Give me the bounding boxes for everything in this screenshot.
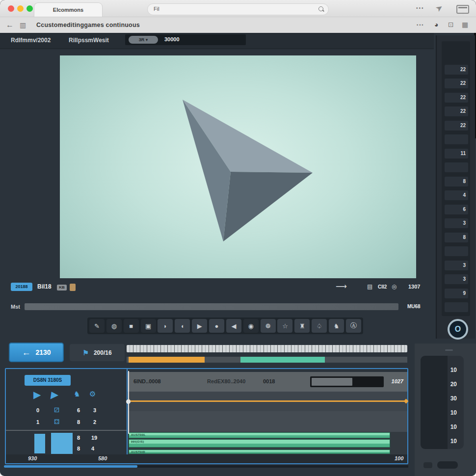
zoom-window-button[interactable] xyxy=(26,5,33,12)
track-count: 8 xyxy=(77,435,80,441)
minimize-window-button[interactable] xyxy=(17,5,24,12)
clip-id-label: 6IND..0008 xyxy=(133,378,161,384)
clip-thumb-large[interactable] xyxy=(51,433,73,454)
stop-icon[interactable]: ■ xyxy=(124,319,139,333)
teal-segment[interactable] xyxy=(240,357,325,363)
render-progress[interactable] xyxy=(310,376,384,387)
meter-row[interactable]: 6 xyxy=(445,205,468,214)
jump-back-button[interactable]: ← 2130 xyxy=(9,343,64,362)
knight-icon[interactable]: ♞ xyxy=(329,319,344,333)
frame-icon[interactable]: ▣ xyxy=(141,319,156,333)
meter-row[interactable]: 11 xyxy=(445,149,468,159)
grid-cell: 3 xyxy=(93,407,96,413)
master-slider[interactable] xyxy=(25,303,398,310)
back-icon[interactable]: ← xyxy=(6,21,14,29)
monitor-icon[interactable]: ▤ xyxy=(367,283,372,290)
play-icon[interactable]: ▶ xyxy=(192,319,207,333)
master-value: MU68 xyxy=(407,304,421,309)
scale-value: 20 xyxy=(450,381,457,388)
trim-arrow-icon[interactable]: ⟶ xyxy=(336,282,347,291)
play-track-icon[interactable]: ▶ xyxy=(33,389,41,400)
meter-row[interactable]: 3 xyxy=(445,261,468,270)
spade-icon[interactable]: ♤ xyxy=(312,319,327,333)
audio-track[interactable]: 99I(GIS) xyxy=(129,439,390,448)
rider-icon[interactable]: ♞ xyxy=(74,390,80,398)
address-bar[interactable]: Fil xyxy=(147,3,329,15)
meter-row[interactable]: 3 xyxy=(445,274,468,284)
app-topbar: Rdlfmmv/2002 RillpssmWesit 3R ▾ 30000 xyxy=(0,33,434,49)
dice-icon[interactable]: ⚃ xyxy=(54,418,59,425)
page-title: Ccustomeditinggames continuous xyxy=(36,22,140,28)
timeline-scrollbar-thumb[interactable] xyxy=(4,465,137,468)
meter-row[interactable] xyxy=(445,134,468,144)
keyframe-lane[interactable] xyxy=(128,392,407,411)
overflow-menu-icon[interactable]: ••• xyxy=(416,5,424,11)
label-a-icon[interactable]: Ⓐ xyxy=(346,319,361,333)
meter-row[interactable]: 22 xyxy=(445,106,468,116)
meter-row[interactable]: 8 xyxy=(445,233,468,242)
play-all-icon[interactable]: ▶ xyxy=(50,389,59,400)
sparkle-icon[interactable]: ❁ xyxy=(261,319,276,333)
orange-segment[interactable] xyxy=(129,357,205,363)
grid-icon[interactable]: ▦ xyxy=(462,21,468,28)
audio-track[interactable]: AUST0ID xyxy=(129,450,390,454)
draw-icon[interactable]: ✎ xyxy=(89,319,105,333)
meter-row[interactable]: 22 xyxy=(445,79,468,88)
toolbar-dots-icon[interactable]: ••• xyxy=(417,23,424,27)
half-disc-icon[interactable]: ◗ xyxy=(158,319,173,333)
unit-chip[interactable]: 3R ▾ xyxy=(129,36,158,44)
meter-row[interactable]: 4 xyxy=(445,190,468,200)
record-icon[interactable]: ● xyxy=(209,319,224,333)
audio-track[interactable]: AUST00L xyxy=(129,432,390,438)
timeline-ruler[interactable] xyxy=(127,345,407,352)
gear-icon[interactable]: ⚙ xyxy=(89,390,96,398)
meter-row[interactable]: 22 xyxy=(445,121,468,131)
timeline-scrollbar[interactable] xyxy=(4,465,408,468)
track-controls-panel: DS8N 3180S ▶ ▶ ♞ ⚙ 0 ⚂ 6 3 1 ⚃ 8 2 8 19 … xyxy=(6,369,127,454)
audio-lane-group: AUST00L 99I(GIS) AUST0ID xyxy=(128,432,407,454)
search-icon xyxy=(318,6,323,11)
star-icon[interactable]: ☆ xyxy=(277,319,292,333)
kb-tag: KB xyxy=(57,285,67,291)
cap-icon[interactable]: ◖ xyxy=(175,319,190,333)
tower-icon[interactable]: ♜ xyxy=(294,319,310,333)
dice-icon[interactable]: ⚂ xyxy=(54,406,59,414)
value-field[interactable]: 3R ▾ 30000 xyxy=(125,34,246,45)
crop-icon[interactable]: ⊡ xyxy=(448,21,454,28)
timeline-overview-track[interactable] xyxy=(127,357,407,363)
clip-count-label: 0018 xyxy=(263,378,275,384)
scale-value: 10 xyxy=(450,438,457,445)
power-button[interactable]: O xyxy=(448,319,468,340)
blob-icon[interactable]: ◍ xyxy=(106,319,122,333)
tabs-overview-icon[interactable] xyxy=(456,5,469,14)
meter-row[interactable] xyxy=(445,302,468,312)
clip-thumb-small[interactable] xyxy=(34,434,45,453)
timecode-badge[interactable]: 20188 xyxy=(11,283,32,291)
playhead-handle[interactable] xyxy=(126,399,131,404)
meter-row[interactable]: 8 xyxy=(445,177,468,186)
keyframe-line[interactable] xyxy=(128,400,407,402)
rewind-icon[interactable]: ◀ xyxy=(226,319,241,333)
browser-tab[interactable]: Elcommons xyxy=(34,3,102,17)
globe-icon[interactable]: ◕ xyxy=(434,21,438,28)
share-icon[interactable]: ➤ xyxy=(433,2,445,14)
video-editor-app: Rdlfmmv/2002 RillpssmWesit 3R ▾ 30000 20… xyxy=(0,33,476,476)
sidebar-toggle-icon[interactable]: ▥ xyxy=(20,21,26,29)
close-window-button[interactable] xyxy=(8,5,14,12)
meter-row[interactable]: 3 xyxy=(445,218,468,228)
meter-row[interactable] xyxy=(445,246,468,256)
loop-icon[interactable]: ◎ xyxy=(392,283,397,290)
play-triangle-icon[interactable] xyxy=(60,55,416,278)
marker-button[interactable]: ⚑ 200/16 xyxy=(70,344,125,361)
meter-row[interactable] xyxy=(445,162,468,172)
selection-badge[interactable]: DS8N 3180S xyxy=(25,375,71,386)
empty-lane[interactable] xyxy=(128,411,407,432)
video-preview[interactable] xyxy=(60,55,416,278)
drag-handle[interactable] xyxy=(445,349,453,351)
meter-row[interactable]: 22 xyxy=(445,93,468,103)
target-icon[interactable]: ◉ xyxy=(243,319,259,333)
tab-title: Elcommons xyxy=(34,7,102,13)
keyframe-diamond[interactable] xyxy=(404,399,409,404)
meter-row[interactable]: 22 xyxy=(445,65,468,75)
meter-row[interactable]: 9 xyxy=(445,289,468,298)
